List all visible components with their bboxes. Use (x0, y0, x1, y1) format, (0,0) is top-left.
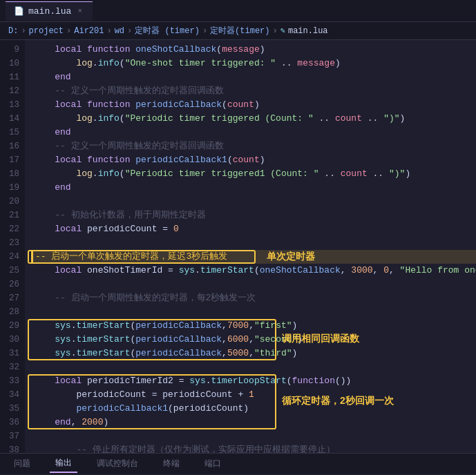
bottom-bar: 问题 输出 调试控制台 终端 端口 (0, 453, 476, 474)
bottom-tab-ports[interactable]: 端口 (199, 455, 227, 472)
code-line: local function oneShotCallback(message) (33, 43, 476, 57)
annotation-label-single-timer: 单次定时器 (267, 251, 315, 263)
tab-close-button[interactable]: × (75, 6, 84, 16)
code-line: periodicCallback1(periodicCount) (33, 402, 476, 416)
annotation-label-same-callback: 调用相同回调函数 (282, 333, 359, 345)
code-line: end, 2000) (33, 416, 476, 429)
bottom-tab-debug-console[interactable]: 调试控制台 (91, 455, 144, 472)
code-line: end (33, 70, 476, 84)
code-line: log.info("Periodic timer triggered (Coun… (33, 112, 476, 126)
breadcrumb: D: › project › Air201 › wd › 定时器 (timer)… (0, 22, 476, 40)
code-line (33, 360, 476, 374)
code-line: sys.timerStart(periodicCallback,7000,"fi… (33, 319, 476, 333)
code-line: end (33, 126, 476, 139)
code-line (33, 278, 476, 291)
title-bar: 📄 main.lua × (0, 0, 476, 22)
tab-label: main.lua (28, 6, 71, 17)
tab-file-icon: 📄 (14, 6, 24, 17)
code-line (33, 429, 476, 443)
code-line-24: -- 启动一个单次触发的定时器，延迟3秒后触发 (31, 250, 476, 264)
code-line: -- 定义一个周期性触发的定时器回调函数 (33, 139, 476, 153)
bottom-tab-terminal[interactable]: 终端 (158, 455, 185, 472)
line-numbers: 9 10 11 12 13 14 15 16 17 18 19 20 21 22… (0, 40, 25, 453)
annotation-label-loop-timer: 循环定时器，2秒回调一次 (282, 395, 394, 407)
code-line: log.info("Periodic timer triggered1 (Cou… (33, 167, 476, 181)
code-line: -- 定义一个周期性触发的定时器回调函数 (33, 84, 476, 98)
code-line: end (33, 181, 476, 195)
tab[interactable]: 📄 main.lua × (6, 1, 93, 21)
code-line: local function periodicCallback1(count) (33, 153, 476, 167)
code-line: sys.timerStart(periodicCallback,6000,"se… (33, 333, 476, 347)
code-line: periodicCount = periodicCount + 1 (33, 388, 476, 402)
code-content[interactable]: local function oneShotCallback(message) … (25, 40, 476, 453)
code-line: -- 初始化计数器，用于周期性定时器 (33, 209, 476, 222)
bottom-tab-output[interactable]: 输出 (50, 454, 77, 473)
code-line: log.info("One-shot timer triggered: " ..… (33, 57, 476, 70)
code-line: local function periodicCallback(count) (33, 98, 476, 112)
code-line: local periodicTimerId2 = sys.timerLoopSt… (33, 374, 476, 388)
code-line: local periodicCount = 0 (33, 222, 476, 236)
code-line: -- 启动一个周期性触发的定时器，每2秒触发一次 (33, 291, 476, 305)
code-area: 9 10 11 12 13 14 15 16 17 18 19 20 21 22… (0, 40, 476, 453)
bottom-tab-problems[interactable]: 问题 (8, 455, 36, 472)
code-line (33, 195, 476, 209)
code-line (33, 236, 476, 250)
code-line: local oneShotTimerId = sys.timerStart(on… (33, 264, 476, 278)
code-line (33, 305, 476, 319)
code-line: -- 停止所有定时器（仅作为测试，实际应用中应根据需要停止） (33, 443, 476, 453)
code-line: sys.timerStart(periodicCallback,5000,"th… (33, 347, 476, 360)
